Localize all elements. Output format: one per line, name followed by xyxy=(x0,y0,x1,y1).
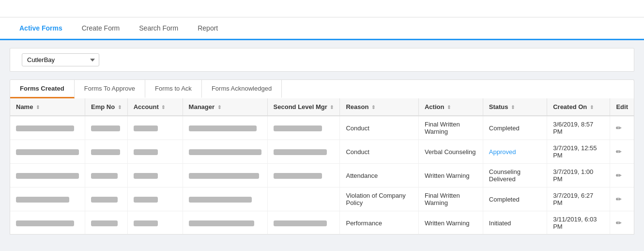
blurred-cell xyxy=(274,173,322,179)
blurred-cell xyxy=(16,149,79,155)
cell-reason: Attendance xyxy=(340,164,418,188)
sort-account-icon: ⇕ xyxy=(161,105,165,110)
sub-tab-forms-to-approve[interactable]: Forms To Approve xyxy=(75,80,145,98)
cell-status: Initiated xyxy=(483,211,547,235)
sort-second-icon: ⇕ xyxy=(330,105,334,110)
sort-reason-icon: ⇕ xyxy=(371,105,375,110)
table-row: ConductFinal Written WarningCompleted3/6… xyxy=(10,116,634,140)
top-bar xyxy=(0,0,644,17)
cell-edit: ✏ xyxy=(610,211,634,235)
blurred-cell xyxy=(189,173,259,179)
sub-tab-forms-created[interactable]: Forms Created xyxy=(10,80,75,98)
col-edit: Edit xyxy=(610,98,634,116)
cell-created-on: 3/6/2019, 8:57 PM xyxy=(547,116,610,140)
edit-icon[interactable]: ✏ xyxy=(616,195,622,203)
nav-tabs-bar: Active Forms Create Form Search Form Rep… xyxy=(0,17,644,40)
cell-action: Written Warning xyxy=(418,164,483,188)
sort-action-icon: ⇕ xyxy=(447,105,451,110)
col-manager[interactable]: Manager ⇕ xyxy=(183,98,267,116)
col-account[interactable]: Account ⇕ xyxy=(127,98,183,116)
blurred-cell xyxy=(189,197,252,203)
cell-created-on: 3/7/2019, 6:27 PM xyxy=(547,188,610,211)
table-row: AttendanceWritten WarningCounseling Deli… xyxy=(10,164,634,188)
blurred-cell xyxy=(189,149,261,155)
cell-reason: Performance xyxy=(340,211,418,235)
blurred-cell xyxy=(134,220,158,226)
blurred-cell xyxy=(16,220,74,226)
cell-created-on: 3/7/2019, 1:00 PM xyxy=(547,164,610,188)
table-wrapper: Name ⇕ Emp No ⇕ Account ⇕ Manager ⇕ Seco… xyxy=(10,98,634,235)
tab-search-form[interactable]: Search Form xyxy=(129,17,188,40)
col-action[interactable]: Action ⇕ xyxy=(418,98,483,116)
cell-status: Approved xyxy=(483,140,547,164)
edit-icon[interactable]: ✏ xyxy=(616,148,622,156)
blurred-cell xyxy=(134,197,158,203)
cell-status: Completed xyxy=(483,116,547,140)
blurred-cell xyxy=(274,220,327,226)
cell-edit: ✏ xyxy=(610,140,634,164)
sort-empno-icon: ⇕ xyxy=(118,105,122,110)
sort-status-icon: ⇕ xyxy=(511,105,515,110)
sub-tab-forms-acknowledged[interactable]: Forms Acknowledged xyxy=(202,80,282,98)
edit-icon[interactable]: ✏ xyxy=(616,172,622,179)
sort-createdon-icon: ⇕ xyxy=(590,105,594,110)
cell-status: Counseling Delivered xyxy=(483,164,547,188)
blurred-cell xyxy=(16,197,69,203)
blurred-cell xyxy=(274,149,327,155)
cell-action: Written Warning xyxy=(418,211,483,235)
col-name[interactable]: Name ⇕ xyxy=(10,98,85,116)
table-row: ConductVerbal CounselingApproved3/7/2019… xyxy=(10,140,634,164)
edit-icon[interactable]: ✏ xyxy=(616,219,622,227)
blurred-cell xyxy=(134,173,158,179)
blurred-cell xyxy=(91,173,118,179)
site-select[interactable]: CutlerBay xyxy=(22,53,99,66)
col-second-level-mgr[interactable]: Second Level Mgr ⇕ xyxy=(267,98,340,116)
blurred-cell xyxy=(16,173,79,179)
blurred-cell xyxy=(91,126,120,131)
blurred-cell xyxy=(274,126,322,131)
data-table: Name ⇕ Emp No ⇕ Account ⇕ Manager ⇕ Seco… xyxy=(10,98,634,234)
cell-reason: Violation of Company Policy xyxy=(340,188,418,211)
cell-reason: Conduct xyxy=(340,116,418,140)
edit-icon[interactable]: ✏ xyxy=(616,124,622,132)
tab-create-form[interactable]: Create Form xyxy=(72,17,130,40)
breadcrumb xyxy=(627,5,634,12)
sub-tab-forms-to-ack[interactable]: Forms to Ack xyxy=(145,80,202,98)
cell-edit: ✏ xyxy=(610,116,634,140)
cell-status: Completed xyxy=(483,188,547,211)
cell-edit: ✏ xyxy=(610,188,634,211)
table-header-row: Name ⇕ Emp No ⇕ Account ⇕ Manager ⇕ Seco… xyxy=(10,98,634,116)
site-row: CutlerBay xyxy=(10,48,634,72)
sort-manager-icon: ⇕ xyxy=(217,105,221,110)
tab-report[interactable]: Report xyxy=(188,17,228,40)
cell-reason: Conduct xyxy=(340,140,418,164)
blurred-cell xyxy=(91,220,118,226)
sub-tabs-bar: Forms Created Forms To Approve Forms to … xyxy=(10,79,634,98)
cell-action: Verbal Counseling xyxy=(418,140,483,164)
main-content: CutlerBay Forms Created Forms To Approve… xyxy=(0,40,644,242)
sort-name-icon: ⇕ xyxy=(36,105,40,110)
tab-active-forms[interactable]: Active Forms xyxy=(10,17,72,40)
table-scroll[interactable]: Name ⇕ Emp No ⇕ Account ⇕ Manager ⇕ Seco… xyxy=(10,98,634,234)
table-row: PerformanceWritten WarningInitiated3/11/… xyxy=(10,211,634,235)
blurred-cell xyxy=(134,126,158,131)
col-reason[interactable]: Reason ⇕ xyxy=(340,98,418,116)
blurred-cell xyxy=(16,126,74,131)
cell-action: Final Written Warning xyxy=(418,188,483,211)
cell-created-on: 3/7/2019, 12:55 PM xyxy=(547,140,610,164)
cell-edit: ✏ xyxy=(610,164,634,188)
blurred-cell xyxy=(189,220,254,226)
col-empno[interactable]: Emp No ⇕ xyxy=(85,98,128,116)
blurred-cell xyxy=(91,197,118,203)
col-status[interactable]: Status ⇕ xyxy=(483,98,547,116)
cell-created-on: 3/11/2019, 6:03 PM xyxy=(547,211,610,235)
col-created-on[interactable]: Created On ⇕ xyxy=(547,98,610,116)
blurred-cell xyxy=(189,126,257,131)
cell-action: Final Written Warning xyxy=(418,116,483,140)
blurred-cell xyxy=(134,149,158,155)
blurred-cell xyxy=(91,149,120,155)
table-row: Violation of Company PolicyFinal Written… xyxy=(10,188,634,211)
